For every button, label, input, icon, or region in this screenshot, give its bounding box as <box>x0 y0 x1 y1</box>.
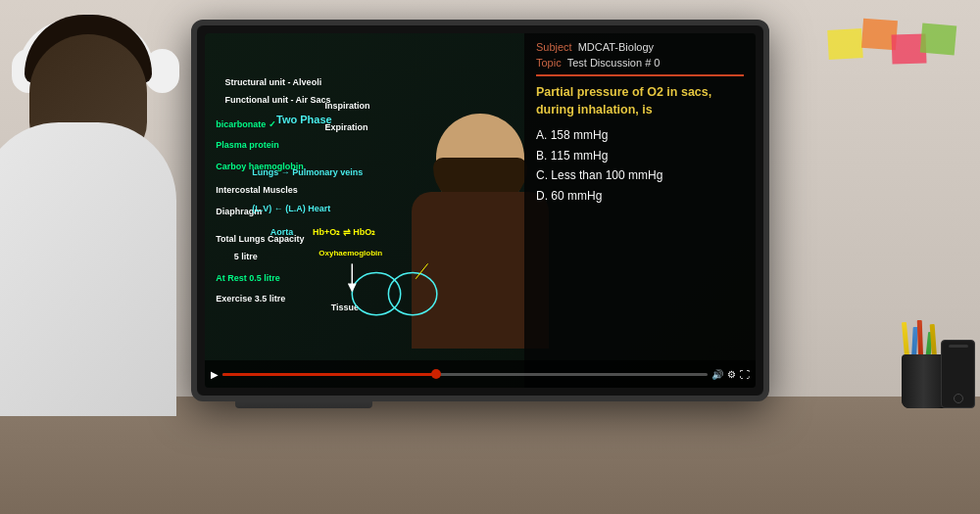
fullscreen-icon[interactable]: ⛶ <box>740 369 750 380</box>
settings-icon[interactable]: ⚙ <box>727 369 736 380</box>
topic-row: Topic Test Discussion # 0 <box>536 57 744 69</box>
volume-icon[interactable]: 🔊 <box>711 369 723 380</box>
question-text: Partial pressure of O2 in sacs, during i… <box>536 84 744 118</box>
sticky-4 <box>920 23 956 56</box>
subject-label: Subject <box>536 41 572 53</box>
option-c: C. Less than 100 mmHg <box>536 168 744 184</box>
progress-bar[interactable] <box>222 373 708 376</box>
option-a-letter: A. <box>536 128 547 142</box>
svg-point-1 <box>388 273 436 315</box>
option-a: A. 158 mmHg <box>536 128 744 144</box>
topic-value: Test Discussion # 0 <box>567 57 661 69</box>
progress-dot[interactable] <box>431 369 441 379</box>
sticky-1 <box>827 28 863 60</box>
option-b-text: 115 mmHg <box>551 149 609 163</box>
option-d: D. 60 mmHg <box>536 189 744 205</box>
option-c-text: Less than 100 mmHg <box>551 168 662 182</box>
diagram-svg <box>210 53 513 354</box>
option-d-letter: D. <box>536 189 548 203</box>
subject-value: MDCAT-Biology <box>578 41 654 53</box>
options-list: A. 158 mmHg B. 115 mmHg C. Less than 100… <box>536 128 744 204</box>
scene: Structural unit - Alveoli Functional uni… <box>0 0 980 514</box>
progress-fill <box>222 373 441 376</box>
option-c-letter: C. <box>536 168 548 182</box>
video-controls[interactable]: ▶ 🔊 ⚙ ⛶ <box>205 360 756 388</box>
subject-row: Subject MDCAT-Biology <box>536 41 744 53</box>
student-body <box>0 122 176 416</box>
topic-label: Topic <box>536 57 562 69</box>
cup-body <box>902 354 946 408</box>
svg-point-0 <box>352 273 400 315</box>
option-d-text: 60 mmHg <box>551 189 602 203</box>
phone <box>941 340 975 408</box>
quiz-divider <box>536 74 744 76</box>
student <box>0 0 216 514</box>
quiz-panel: Subject MDCAT-Biology Topic Test Discuss… <box>524 33 756 388</box>
video-screen: Structural unit - Alveoli Functional uni… <box>205 33 756 388</box>
option-a-text: 158 mmHg <box>551 128 609 142</box>
option-b: B. 115 mmHg <box>536 149 744 164</box>
option-b-letter: B. <box>536 149 547 163</box>
monitor-bezel: Structural unit - Alveoli Functional uni… <box>197 25 763 396</box>
chalk-notes-area: Structural unit - Alveoli Functional uni… <box>210 53 513 354</box>
monitor: Structural unit - Alveoli Functional uni… <box>191 20 769 401</box>
